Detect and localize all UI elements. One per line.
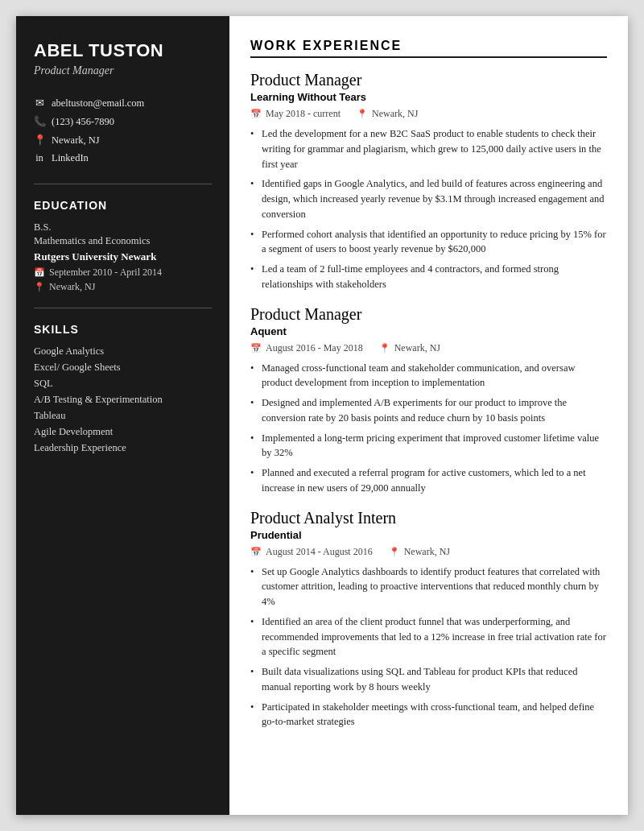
location-icon: 📍 bbox=[34, 134, 45, 147]
candidate-title: Product Manager bbox=[34, 64, 212, 77]
edu-location: 📍 Newark, NJ bbox=[34, 281, 212, 293]
job-location-item: 📍 Newark, NJ bbox=[389, 546, 450, 558]
edu-university: Rutgers University Newark bbox=[34, 250, 212, 263]
job-location-item: 📍 Newark, NJ bbox=[379, 342, 440, 354]
email-icon: ✉ bbox=[34, 97, 45, 110]
job-block: Product Analyst InternPrudential 📅 Augus… bbox=[250, 509, 607, 730]
job-title: Product Analyst Intern bbox=[250, 509, 607, 527]
job-loc-icon: 📍 bbox=[357, 109, 368, 119]
email-item: ✉ abeltuston@email.com bbox=[34, 97, 212, 110]
bullet-item: Managed cross-functional team and stakeh… bbox=[250, 361, 607, 391]
bullet-item: Identified an area of the client product… bbox=[250, 614, 607, 659]
job-dates-item: 📅 May 2018 - current bbox=[250, 108, 341, 120]
job-block: Product ManagerLearning Without Tears 📅 … bbox=[250, 71, 607, 292]
divider-2 bbox=[34, 308, 212, 308]
jobs-container: Product ManagerLearning Without Tears 📅 … bbox=[250, 71, 607, 730]
email-value: abeltuston@email.com bbox=[52, 97, 144, 110]
job-location: Newark, NJ bbox=[372, 108, 418, 120]
linkedin-icon: in bbox=[34, 152, 45, 164]
job-location-item: 📍 Newark, NJ bbox=[357, 108, 418, 120]
job-meta: 📅 August 2014 - August 2016 📍 Newark, NJ bbox=[250, 546, 607, 558]
education-section-title: EDUCATION bbox=[34, 199, 212, 212]
skill-item: Tableau bbox=[34, 410, 212, 422]
phone-icon: 📞 bbox=[34, 115, 45, 128]
phone-value: (123) 456-7890 bbox=[52, 116, 114, 128]
bullet-item: Led a team of 2 full-time employees and … bbox=[250, 262, 607, 292]
bullet-item: Identified gaps in Google Analytics, and… bbox=[250, 176, 607, 221]
job-cal-icon: 📅 bbox=[250, 109, 262, 119]
contact-section: ✉ abeltuston@email.com 📞 (123) 456-7890 … bbox=[34, 97, 212, 164]
skills-section-title: SKILLS bbox=[34, 323, 212, 336]
edu-dates: 📅 September 2010 - April 2014 bbox=[34, 267, 212, 279]
job-block: Product ManagerAquent 📅 August 2016 - Ma… bbox=[250, 305, 607, 496]
job-location: Newark, NJ bbox=[394, 342, 440, 354]
job-cal-icon: 📅 bbox=[250, 343, 262, 353]
skill-item: A/B Testing & Experimentation bbox=[34, 394, 212, 406]
job-company: Learning Without Tears bbox=[250, 91, 607, 103]
bullet-item: Planned and executed a referral program … bbox=[250, 465, 607, 496]
skill-item: Excel/ Google Sheets bbox=[34, 362, 212, 374]
skills-list: Google AnalyticsExcel/ Google SheetsSQLA… bbox=[34, 345, 212, 454]
skill-item: Google Analytics bbox=[34, 345, 212, 358]
job-location: Newark, NJ bbox=[404, 546, 450, 558]
job-dates-item: 📅 August 2014 - August 2016 bbox=[250, 546, 373, 558]
skill-item: SQL bbox=[34, 378, 212, 390]
job-dates: May 2018 - current bbox=[266, 108, 341, 120]
sidebar: ABEL TUSTON Product Manager ✉ abeltuston… bbox=[16, 16, 229, 815]
job-dates: August 2014 - August 2016 bbox=[266, 546, 373, 558]
bullet-item: Performed cohort analysis that identifie… bbox=[250, 227, 607, 258]
job-meta: 📅 August 2016 - May 2018 📍 Newark, NJ bbox=[250, 342, 607, 354]
skill-item: Agile Development bbox=[34, 426, 212, 438]
job-company: Aquent bbox=[250, 325, 607, 337]
edu-degree: B.S. bbox=[34, 221, 212, 234]
divider-1 bbox=[34, 184, 212, 184]
bullet-item: Designed and implemented A/B experiments… bbox=[250, 395, 607, 426]
job-loc-icon: 📍 bbox=[379, 343, 390, 353]
bullet-item: Led the development for a new B2C SaaS p… bbox=[250, 126, 607, 172]
edu-cal-icon: 📅 bbox=[34, 267, 45, 278]
job-bullets: Set up Google Analytics dashboards to id… bbox=[250, 564, 607, 730]
linkedin-item[interactable]: in LinkedIn bbox=[34, 152, 212, 164]
job-meta: 📅 May 2018 - current 📍 Newark, NJ bbox=[250, 108, 607, 120]
location-value: Newark, NJ bbox=[52, 134, 100, 147]
bullet-item: Built data visualizations using SQL and … bbox=[250, 664, 607, 695]
work-experience-title: WORK EXPERIENCE bbox=[250, 39, 607, 58]
job-cal-icon: 📅 bbox=[250, 547, 262, 557]
resume-container: ABEL TUSTON Product Manager ✉ abeltuston… bbox=[16, 16, 628, 815]
edu-loc-icon: 📍 bbox=[34, 282, 45, 292]
job-company: Prudential bbox=[250, 529, 607, 541]
bullet-item: Implemented a long-term pricing experime… bbox=[250, 431, 607, 461]
job-title: Product Manager bbox=[250, 305, 607, 324]
main-content: WORK EXPERIENCE Product ManagerLearning … bbox=[229, 16, 628, 815]
bullet-item: Participated in stakeholder meetings wit… bbox=[250, 700, 607, 730]
job-dates: August 2016 - May 2018 bbox=[266, 342, 363, 354]
job-dates-item: 📅 August 2016 - May 2018 bbox=[250, 342, 363, 354]
location-item: 📍 Newark, NJ bbox=[34, 134, 212, 147]
skill-item: Leadership Experience bbox=[34, 442, 212, 454]
linkedin-value: LinkedIn bbox=[52, 152, 89, 164]
phone-item: 📞 (123) 456-7890 bbox=[34, 115, 212, 128]
edu-major: Mathematics and Economics bbox=[34, 235, 212, 247]
job-title: Product Manager bbox=[250, 71, 607, 89]
job-bullets: Managed cross-functional team and stakeh… bbox=[250, 361, 607, 496]
candidate-name: ABEL TUSTON bbox=[34, 40, 212, 61]
job-loc-icon: 📍 bbox=[389, 547, 400, 557]
bullet-item: Set up Google Analytics dashboards to id… bbox=[250, 564, 607, 610]
job-bullets: Led the development for a new B2C SaaS p… bbox=[250, 126, 607, 292]
